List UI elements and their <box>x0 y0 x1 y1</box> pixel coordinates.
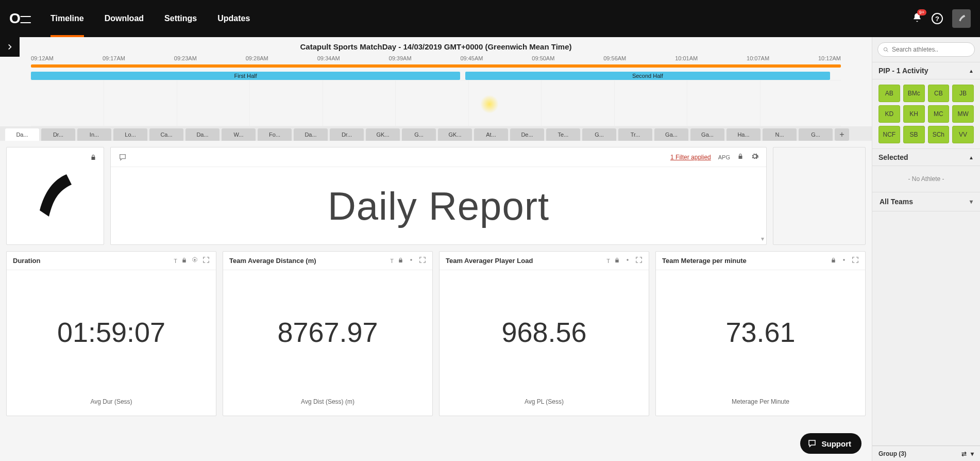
tab[interactable]: Ga... <box>690 128 724 141</box>
activity-header[interactable]: PIP - 1 Activity ▲ <box>872 62 980 79</box>
athlete-grid: AB BMc CB JB KD KH MC MW NCF SB SCh VV <box>872 79 980 149</box>
metric-value: 73.61 <box>656 270 865 394</box>
tab[interactable]: N... <box>763 128 797 141</box>
tab[interactable]: Ca... <box>149 128 183 141</box>
metric-player-load: Team Averager Player Load T 968.56 Avg P… <box>439 251 649 416</box>
nav-timeline[interactable]: Timeline <box>50 0 84 37</box>
lock-icon[interactable] <box>181 257 187 265</box>
nav-download[interactable]: Download <box>105 0 144 37</box>
athlete-chip[interactable]: CB <box>928 85 950 102</box>
gear-icon[interactable] <box>840 256 848 265</box>
gear-icon[interactable] <box>191 256 198 265</box>
nav-settings[interactable]: Settings <box>164 0 197 37</box>
gear-icon[interactable] <box>408 256 415 265</box>
metric-footer: Avg Dist (Sess) (m) <box>223 394 432 416</box>
athlete-chip[interactable]: KH <box>903 105 925 123</box>
swap-icon[interactable]: ⇄ <box>961 450 967 457</box>
lock-icon[interactable] <box>614 257 620 265</box>
tab[interactable]: At... <box>474 128 508 141</box>
svg-point-3 <box>843 259 845 261</box>
add-tab-button[interactable]: + <box>835 128 849 141</box>
tick: 09:56AM <box>603 55 626 61</box>
tab[interactable]: G... <box>402 128 436 141</box>
toggle-t[interactable]: T <box>606 258 610 264</box>
athlete-chip[interactable]: KD <box>878 105 900 123</box>
notifications-button[interactable]: 9+ <box>912 12 922 25</box>
tab[interactable]: Da... <box>5 128 39 141</box>
athlete-chip[interactable]: MC <box>928 105 950 123</box>
tab[interactable]: G... <box>799 128 833 141</box>
tab[interactable]: In... <box>77 128 111 141</box>
tab[interactable]: Tr... <box>618 128 652 141</box>
athlete-chip[interactable]: SCh <box>928 126 950 143</box>
timeline-title: Catapult Sports MatchDay - 14/03/2019 GM… <box>0 37 872 53</box>
catapult-small-icon <box>956 13 967 24</box>
expand-icon[interactable] <box>635 256 643 265</box>
lock-icon[interactable] <box>831 257 836 265</box>
search-input[interactable] <box>892 46 969 53</box>
help-button[interactable]: ? <box>932 13 943 24</box>
lock-icon[interactable] <box>737 153 744 161</box>
metric-footer: Avg PL (Sess) <box>440 394 649 416</box>
gear-icon[interactable] <box>624 256 631 265</box>
tick: 09:39AM <box>389 55 412 61</box>
athlete-search[interactable] <box>877 42 975 57</box>
timeline-canvas[interactable] <box>31 80 841 126</box>
athlete-chip[interactable]: JB <box>952 85 974 102</box>
support-button[interactable]: Support <box>800 433 862 454</box>
tab[interactable]: G... <box>582 128 616 141</box>
toggle-t[interactable]: T <box>390 258 394 264</box>
athlete-chip[interactable]: AB <box>878 85 900 102</box>
tab[interactable]: Dr... <box>41 128 75 141</box>
collapse-icon[interactable]: ▲ <box>969 155 974 160</box>
tab-strip: Da... Dr... In... Lo... Ca... Da... W...… <box>0 126 872 141</box>
comment-icon[interactable] <box>118 153 127 161</box>
tab[interactable]: Te... <box>546 128 580 141</box>
lock-icon[interactable] <box>90 154 96 162</box>
metric-value: 968.56 <box>440 270 649 394</box>
athlete-chip[interactable]: MW <box>952 105 974 123</box>
expand-icon[interactable] <box>419 256 426 265</box>
lock-icon[interactable] <box>398 257 403 265</box>
tab[interactable]: Lo... <box>113 128 147 141</box>
period-first-half[interactable]: First Half <box>31 72 460 80</box>
athlete-chip[interactable]: VV <box>952 126 974 143</box>
collapse-icon[interactable]: ▲ <box>969 68 974 74</box>
tick: 09:12AM <box>31 55 54 61</box>
sidebar-toggle[interactable] <box>0 37 20 57</box>
tick: 09:45AM <box>460 55 483 61</box>
teams-dropdown[interactable]: All Teams ▾ <box>872 192 980 211</box>
tab[interactable]: GK... <box>366 128 400 141</box>
filter-link[interactable]: 1 Filter applied <box>670 154 711 161</box>
metric-title: Team Average Distance (m) <box>229 257 386 265</box>
athlete-chip[interactable]: BMc <box>903 85 925 102</box>
tab[interactable]: Dr... <box>330 128 364 141</box>
chevron-down-icon[interactable]: ▾ <box>971 450 974 457</box>
tab[interactable]: Ga... <box>654 128 688 141</box>
tab[interactable]: Ha... <box>726 128 761 141</box>
group-bar[interactable]: Group (3) ⇄ ▾ <box>872 446 980 461</box>
expand-icon[interactable] <box>202 256 210 265</box>
metric-title: Duration <box>13 257 170 265</box>
search-icon <box>883 46 889 53</box>
athlete-chip[interactable]: NCF <box>878 126 900 143</box>
scroll-down-icon[interactable]: ▾ <box>761 235 764 242</box>
nav-updates[interactable]: Updates <box>217 0 250 37</box>
tab[interactable]: W... <box>222 128 256 141</box>
tab[interactable]: De... <box>510 128 544 141</box>
tick: 10:12AM <box>818 55 841 61</box>
toggle-t[interactable]: T <box>174 258 177 264</box>
brand-icon-button[interactable] <box>952 9 971 28</box>
full-session-bar[interactable] <box>31 64 841 68</box>
support-label: Support <box>822 439 852 448</box>
period-second-half[interactable]: Second Half <box>465 72 830 80</box>
tab[interactable]: Fo... <box>258 128 292 141</box>
tab[interactable]: GK... <box>438 128 472 141</box>
catapult-logo-icon <box>29 170 81 222</box>
tab[interactable]: Da... <box>294 128 328 141</box>
tab[interactable]: Da... <box>185 128 219 141</box>
gear-icon[interactable] <box>751 152 759 162</box>
expand-icon[interactable] <box>852 256 859 265</box>
selected-header[interactable]: Selected ▲ <box>872 149 980 166</box>
athlete-chip[interactable]: SB <box>903 126 925 143</box>
